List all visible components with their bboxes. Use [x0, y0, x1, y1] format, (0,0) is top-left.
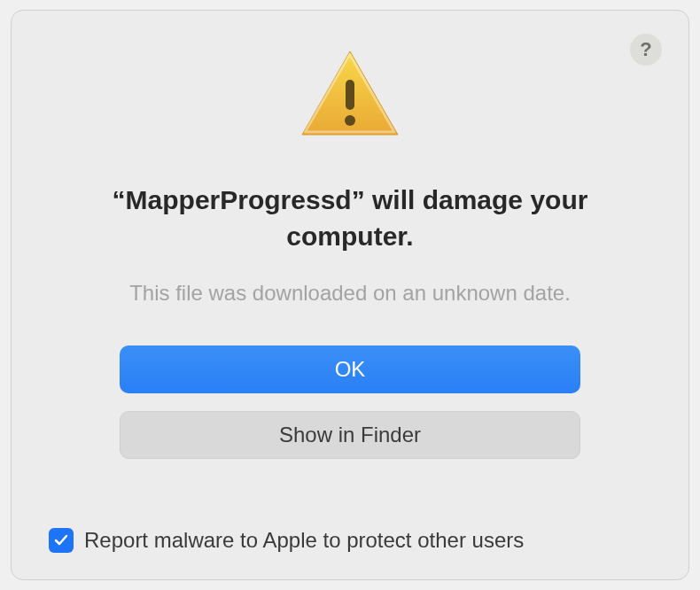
report-checkbox-row: Report malware to Apple to protect other… — [49, 528, 524, 553]
warning-icon — [297, 46, 403, 147]
dialog-heading: “MapperProgressd” will damage your compu… — [102, 182, 598, 254]
help-icon: ? — [640, 38, 651, 61]
report-checkbox-label: Report malware to Apple to protect other… — [84, 528, 524, 553]
report-malware-checkbox[interactable] — [49, 528, 74, 553]
show-in-finder-button[interactable]: Show in Finder — [120, 411, 580, 459]
help-button[interactable]: ? — [630, 34, 662, 66]
dialog-subtext: This file was downloaded on an unknown d… — [129, 281, 571, 306]
svg-rect-0 — [346, 80, 354, 110]
checkmark-icon — [53, 532, 69, 548]
ok-button[interactable]: OK — [120, 345, 580, 393]
alert-dialog: ? “MapperProgressd” will damage your com… — [11, 10, 689, 580]
svg-point-1 — [345, 115, 355, 126]
